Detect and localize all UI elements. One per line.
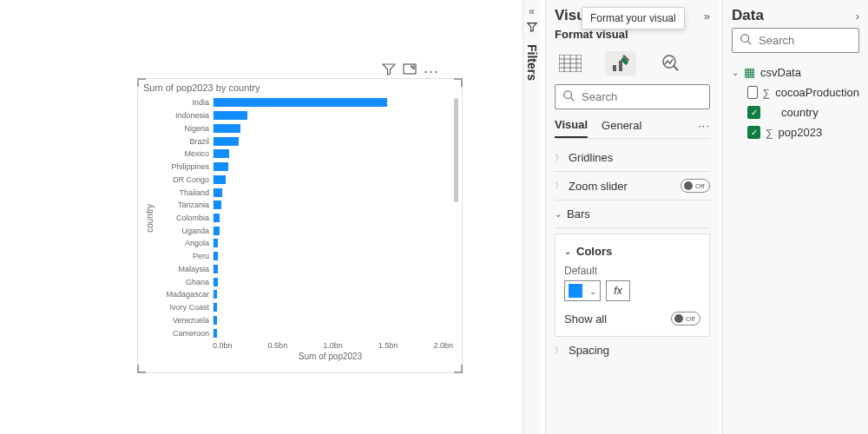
resize-handle-bl[interactable] bbox=[137, 365, 146, 373]
data-pane-title: Data bbox=[732, 7, 764, 24]
focus-mode-icon[interactable] bbox=[403, 62, 417, 79]
tab-general[interactable]: General bbox=[602, 119, 641, 137]
tab-visual[interactable]: Visual bbox=[555, 118, 588, 138]
fields-tree: ⌄ ▦ csvData ∑cocoaProduction✓country✓∑po… bbox=[732, 62, 859, 142]
format-search[interactable] bbox=[555, 84, 710, 109]
section-gridlines[interactable]: 〉Gridlines bbox=[555, 144, 710, 172]
bar[interactable] bbox=[214, 278, 218, 286]
collapse-left-icon[interactable]: « bbox=[529, 5, 535, 17]
field-checkbox[interactable]: ✓ bbox=[747, 126, 760, 139]
format-subtabs: Visual General ··· bbox=[555, 118, 710, 139]
chevron-down-icon: ⌄ bbox=[555, 209, 562, 219]
x-axis-label: Sum of pop2023 bbox=[138, 350, 462, 361]
svg-point-5 bbox=[564, 91, 572, 99]
bar[interactable] bbox=[214, 188, 222, 197]
bar[interactable] bbox=[214, 252, 218, 260]
section-spacing[interactable]: 〉Spacing bbox=[555, 337, 710, 364]
bars-colors-card: ⌄Colors Default ⌄ fx Show all Off bbox=[555, 233, 710, 337]
field-row[interactable]: ✓country bbox=[732, 102, 859, 122]
bar[interactable] bbox=[214, 162, 228, 171]
bar[interactable] bbox=[214, 201, 221, 209]
bar[interactable] bbox=[214, 316, 217, 325]
bar[interactable] bbox=[214, 175, 226, 184]
bar[interactable] bbox=[214, 124, 240, 133]
default-color-picker[interactable]: ⌄ bbox=[564, 280, 601, 301]
build-visual-tab[interactable] bbox=[555, 51, 586, 76]
visualizations-pane: Visu » Format visual Visual General ··· … bbox=[545, 0, 719, 434]
more-options-icon[interactable]: ··· bbox=[424, 66, 439, 76]
chevron-right-icon: 〉 bbox=[555, 152, 563, 164]
format-visual-tab[interactable] bbox=[605, 51, 636, 76]
resize-handle-tr[interactable] bbox=[454, 78, 463, 87]
bar[interactable] bbox=[214, 329, 217, 338]
x-axis-ticks: 0.0bn0.5bn1.0bn1.5bn2.0bn bbox=[138, 339, 462, 350]
filter-icon[interactable] bbox=[382, 62, 396, 79]
format-visual-tooltip: Format your visual bbox=[582, 7, 685, 30]
field-row[interactable]: ✓∑pop2023 bbox=[732, 122, 859, 142]
svg-point-6 bbox=[741, 35, 749, 43]
filters-rail[interactable]: « Filters bbox=[523, 0, 540, 434]
subtabs-more-icon[interactable]: ··· bbox=[698, 121, 710, 136]
table-name: csvData bbox=[760, 66, 801, 79]
bar[interactable] bbox=[214, 111, 247, 120]
y-axis-label: country bbox=[143, 204, 156, 233]
section-zoom-slider[interactable]: 〉Zoom slider Off bbox=[555, 172, 710, 201]
format-search-input[interactable] bbox=[580, 89, 702, 104]
field-name: cocoaProduction bbox=[775, 86, 859, 99]
collapse-right-icon[interactable]: › bbox=[856, 10, 859, 23]
bar[interactable] bbox=[214, 227, 220, 235]
section-bars[interactable]: ⌄Bars bbox=[555, 201, 710, 228]
field-checkbox[interactable]: ✓ bbox=[747, 106, 760, 119]
data-search-input[interactable] bbox=[757, 33, 852, 48]
zoom-slider-toggle[interactable]: Off bbox=[681, 179, 710, 193]
color-chip bbox=[569, 284, 582, 298]
search-icon bbox=[740, 33, 752, 48]
resize-handle-br[interactable] bbox=[454, 365, 463, 373]
chevron-right-icon: 〉 bbox=[555, 180, 563, 192]
data-search[interactable] bbox=[732, 28, 859, 53]
section-colors[interactable]: ⌄Colors bbox=[564, 241, 700, 261]
filters-label: Filters bbox=[525, 39, 539, 81]
chart-title: Sum of pop2023 by country bbox=[138, 79, 462, 96]
visual-action-bar: ··· bbox=[382, 62, 439, 79]
collapse-right-icon[interactable]: » bbox=[704, 10, 710, 23]
search-icon bbox=[562, 89, 575, 104]
bar[interactable] bbox=[214, 239, 218, 247]
default-color-label: Default bbox=[564, 265, 700, 277]
chevron-down-icon: ⌄ bbox=[732, 68, 739, 77]
bar[interactable] bbox=[214, 214, 220, 222]
bar[interactable] bbox=[214, 149, 229, 158]
chevron-right-icon: 〉 bbox=[555, 345, 563, 357]
sigma-icon: ∑ bbox=[763, 87, 771, 99]
filter-rail-icon[interactable] bbox=[526, 21, 538, 36]
svg-rect-3 bbox=[619, 61, 622, 71]
resize-handle-tl[interactable] bbox=[137, 78, 146, 87]
bar[interactable] bbox=[214, 290, 217, 299]
format-mode-tabs bbox=[555, 46, 710, 84]
bar[interactable] bbox=[214, 137, 239, 146]
field-name: pop2023 bbox=[779, 126, 823, 139]
report-canvas[interactable]: ··· Sum of pop2023 by country country In… bbox=[0, 0, 521, 434]
bar-chart-visual[interactable]: Sum of pop2023 by country country IndiaI… bbox=[137, 78, 463, 373]
svg-rect-2 bbox=[613, 65, 616, 71]
field-row[interactable]: ∑cocoaProduction bbox=[732, 82, 859, 102]
field-name: country bbox=[781, 106, 819, 119]
field-checkbox[interactable] bbox=[747, 86, 758, 99]
table-icon: ▦ bbox=[744, 65, 755, 79]
chevron-down-icon: ⌄ bbox=[589, 286, 596, 296]
analytics-tab[interactable] bbox=[655, 51, 687, 76]
chart-plot-area[interactable] bbox=[213, 96, 457, 339]
sigma-icon: ∑ bbox=[766, 127, 773, 139]
fx-button[interactable]: fx bbox=[606, 280, 630, 301]
bar[interactable] bbox=[214, 303, 217, 312]
show-all-row: Show all Off bbox=[564, 308, 700, 329]
table-row[interactable]: ⌄ ▦ csvData bbox=[732, 62, 859, 82]
bar[interactable] bbox=[214, 265, 218, 273]
svg-point-4 bbox=[663, 56, 675, 68]
chevron-down-icon: ⌄ bbox=[564, 247, 571, 256]
show-all-toggle[interactable]: Off bbox=[671, 312, 700, 326]
data-pane: Data › ⌄ ▦ csvData ∑cocoaProduction✓coun… bbox=[722, 0, 868, 434]
y-axis-categories: IndiaIndonesiaNigeriaBrazilMexicoPhilipp… bbox=[156, 96, 213, 339]
bar[interactable] bbox=[214, 98, 387, 107]
